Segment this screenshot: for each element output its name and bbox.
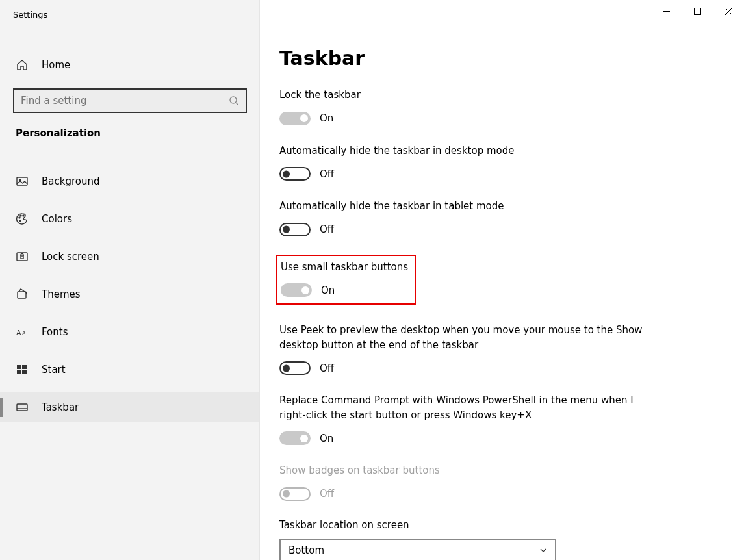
svg-point-0 bbox=[230, 97, 237, 103]
nav-home-label: Home bbox=[42, 59, 70, 71]
svg-line-1 bbox=[236, 103, 238, 105]
toggle-state: On bbox=[320, 112, 333, 124]
sidebar: Settings Home Personalization Background… bbox=[0, 0, 260, 560]
sidebar-item-taskbar[interactable]: Taskbar bbox=[0, 392, 259, 422]
svg-rect-20 bbox=[694, 8, 700, 14]
taskbar-location-select[interactable]: Bottom bbox=[279, 539, 556, 561]
svg-point-4 bbox=[19, 217, 20, 218]
search-input[interactable] bbox=[21, 95, 229, 107]
fonts-icon: AA bbox=[16, 325, 29, 338]
setting-label: Show badges on taskbar buttons bbox=[279, 463, 643, 478]
sidebar-item-background[interactable]: Background bbox=[0, 166, 259, 196]
toggle-peek[interactable] bbox=[279, 361, 311, 375]
toggle-state: Off bbox=[320, 223, 334, 235]
sidebar-item-fonts[interactable]: AA Fonts bbox=[0, 317, 259, 347]
home-icon bbox=[16, 58, 29, 71]
setting-label: Use small taskbar buttons bbox=[279, 260, 408, 275]
svg-rect-9 bbox=[21, 256, 23, 259]
setting-label: Automatically hide the taskbar in deskto… bbox=[279, 144, 643, 159]
setting-powershell: Replace Command Prompt with Windows Powe… bbox=[279, 393, 643, 445]
setting-autohide-desktop: Automatically hide the taskbar in deskto… bbox=[279, 144, 643, 181]
taskbar-icon bbox=[16, 401, 29, 414]
toggle-powershell[interactable] bbox=[279, 431, 311, 445]
toggle-state: Off bbox=[320, 363, 334, 374]
toggle-autohide-desktop[interactable] bbox=[279, 167, 311, 181]
setting-label: Automatically hide the taskbar in tablet… bbox=[279, 199, 643, 214]
sidebar-item-colors[interactable]: Colors bbox=[0, 204, 259, 234]
palette-icon bbox=[16, 212, 29, 225]
lockscreen-icon bbox=[16, 250, 29, 263]
svg-rect-16 bbox=[22, 370, 27, 374]
search-box[interactable] bbox=[13, 88, 247, 113]
toggle-lock-taskbar[interactable] bbox=[279, 112, 311, 125]
svg-rect-15 bbox=[17, 370, 21, 374]
toggle-badges bbox=[279, 487, 311, 501]
setting-autohide-tablet: Automatically hide the taskbar in tablet… bbox=[279, 199, 643, 236]
toggle-state: Off bbox=[320, 488, 334, 500]
setting-peek: Use Peek to preview the desktop when you… bbox=[279, 323, 643, 375]
svg-rect-13 bbox=[17, 365, 21, 369]
setting-lock-taskbar: Lock the taskbar On bbox=[279, 88, 643, 125]
svg-rect-14 bbox=[22, 365, 27, 369]
setting-label: Replace Command Prompt with Windows Powe… bbox=[279, 393, 643, 422]
setting-label: Taskbar location on screen bbox=[279, 519, 643, 531]
nav-home[interactable]: Home bbox=[0, 51, 259, 79]
svg-point-6 bbox=[23, 215, 24, 216]
sidebar-item-label: Lock screen bbox=[42, 251, 99, 262]
svg-point-7 bbox=[19, 220, 21, 222]
toggle-state: On bbox=[320, 433, 333, 444]
minimize-button[interactable] bbox=[650, 0, 682, 22]
sidebar-item-label: Colors bbox=[42, 213, 72, 225]
toggle-state: Off bbox=[320, 168, 334, 180]
svg-rect-2 bbox=[17, 177, 27, 185]
svg-text:A: A bbox=[22, 331, 26, 337]
search-icon bbox=[229, 95, 239, 106]
setting-label: Lock the taskbar bbox=[279, 88, 643, 103]
app-title: Settings bbox=[0, 0, 259, 19]
main-content: Taskbar Lock the taskbar On Automaticall… bbox=[260, 0, 744, 560]
toggle-state: On bbox=[321, 285, 335, 296]
svg-rect-17 bbox=[17, 404, 27, 411]
start-icon bbox=[16, 363, 29, 376]
sidebar-item-themes[interactable]: Themes bbox=[0, 279, 259, 309]
close-button[interactable] bbox=[713, 0, 744, 22]
sidebar-item-label: Themes bbox=[42, 288, 81, 300]
window-controls bbox=[650, 0, 744, 22]
image-icon bbox=[16, 175, 29, 188]
setting-badges: Show badges on taskbar buttons Off bbox=[279, 463, 643, 501]
svg-text:A: A bbox=[16, 329, 21, 337]
toggle-autohide-tablet[interactable] bbox=[279, 223, 311, 236]
category-label: Personalization bbox=[0, 113, 259, 139]
themes-icon bbox=[16, 288, 29, 301]
maximize-button[interactable] bbox=[682, 0, 713, 22]
sidebar-item-label: Taskbar bbox=[42, 401, 79, 413]
svg-point-3 bbox=[19, 179, 21, 181]
nav-list: Background Colors Lock screen Themes AA … bbox=[0, 166, 259, 422]
sidebar-item-label: Background bbox=[42, 175, 100, 187]
svg-point-5 bbox=[20, 215, 21, 216]
select-value: Bottom bbox=[289, 544, 539, 556]
toggle-small-buttons[interactable] bbox=[281, 283, 312, 297]
setting-label: Use Peek to preview the desktop when you… bbox=[279, 323, 643, 352]
sidebar-item-start[interactable]: Start bbox=[0, 355, 259, 385]
chevron-down-icon bbox=[539, 546, 547, 554]
svg-rect-10 bbox=[18, 292, 26, 298]
highlight-box: Use small taskbar buttons On bbox=[276, 255, 416, 305]
sidebar-item-lock-screen[interactable]: Lock screen bbox=[0, 242, 259, 272]
setting-taskbar-location: Taskbar location on screen Bottom bbox=[279, 519, 643, 561]
sidebar-item-label: Fonts bbox=[42, 326, 68, 338]
sidebar-item-label: Start bbox=[42, 364, 66, 375]
setting-small-buttons: Use small taskbar buttons On bbox=[276, 255, 643, 305]
